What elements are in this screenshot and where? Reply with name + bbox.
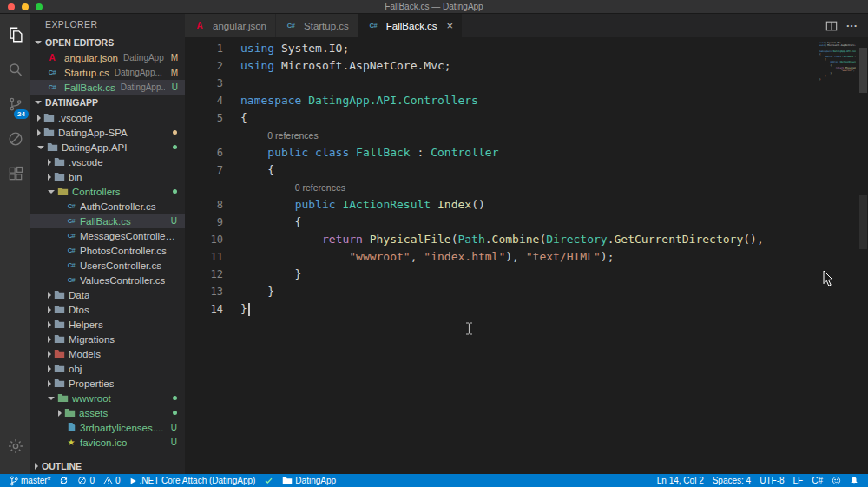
code-line[interactable]: 9 { (185, 214, 868, 231)
code-line[interactable]: 7 { (185, 161, 868, 179)
code-line[interactable]: 3 (185, 75, 868, 92)
line-content: } (802, 78, 821, 81)
tree-item-label: assets (79, 408, 108, 418)
code-line[interactable]: 14} (185, 300, 868, 318)
code-line[interactable]: 13 } (185, 283, 868, 300)
tree-item-messagescontroller-cs[interactable]: C#MessagesController.cs (30, 228, 185, 243)
code-line[interactable]: 2using Microsoft.AspNetCore.Mvc; (185, 57, 868, 75)
csharp-file-icon: C# (46, 84, 58, 91)
scrollbar-thumb[interactable] (859, 195, 867, 249)
split-editor-icon[interactable] (825, 20, 838, 32)
tree-item-vscode[interactable]: .vscode (30, 110, 185, 125)
code-line[interactable]: 6 public class FallBack : Controller (185, 144, 868, 161)
code-line[interactable]: 5{ (185, 109, 868, 127)
tab-angular-json[interactable]: Aangular.json (185, 14, 276, 37)
tree-item-migrations[interactable]: Migrations (30, 332, 185, 346)
chevron-right-icon (48, 292, 51, 299)
status-check[interactable] (260, 474, 278, 487)
status-utf-8[interactable]: UTF-8 (755, 474, 788, 487)
open-editors-list: Aangular.jsonDatingApp...MC#Startup.csDa… (30, 50, 185, 95)
status-net-core-attach-datingapp[interactable]: .NET Core Attach (DatingApp) (125, 474, 260, 487)
activity-item-extensions[interactable] (0, 158, 30, 193)
line-number: 8 (185, 196, 223, 214)
tree-item-datingapp-api[interactable]: DatingApp.API (30, 140, 185, 155)
tree-item-helpers[interactable]: Helpers (30, 317, 185, 332)
project-label: DATINGAPP (45, 97, 98, 108)
tab-startup-cs[interactable]: C#Startup.cs (276, 14, 358, 37)
status-bell[interactable] (845, 474, 863, 487)
status-0[interactable]: 0 (73, 474, 99, 487)
status-0[interactable]: 0 (99, 474, 125, 487)
tree-item-models[interactable]: Models (30, 346, 185, 361)
tab-bar: Aangular.jsonC#Startup.csC#FallBack.cs× … (185, 14, 868, 37)
activity-item-source-control[interactable]: 24 (0, 89, 30, 123)
tree-item-controllers[interactable]: Controllers (30, 184, 185, 199)
csharp-file-icon: C# (65, 277, 77, 284)
tree-item-label: Data (69, 290, 89, 300)
minimize-window-icon[interactable] (22, 3, 29, 10)
code-line[interactable]: 8 public IActionResult Index() (185, 196, 868, 214)
chevron-right-icon (35, 463, 38, 470)
tree-item-properties[interactable]: Properties (30, 376, 185, 391)
code-line[interactable]: 1using System.IO; (185, 40, 868, 57)
editor[interactable]: 1using System.IO;2using Microsoft.AspNet… (185, 37, 868, 474)
tree-item-obj[interactable]: obj (30, 361, 185, 376)
open-editors-header[interactable]: OPEN EDITORS (30, 35, 185, 50)
activity-item-settings[interactable] (0, 431, 30, 465)
status-label: 0 (115, 476, 121, 485)
status-c[interactable]: C# (807, 474, 827, 487)
close-icon[interactable]: × (447, 20, 454, 31)
status-lf[interactable]: LF (789, 474, 808, 487)
code-line[interactable]: 10 return PhysicalFile(Path.Combine(Dire… (185, 231, 868, 248)
activity-item-explorer[interactable] (0, 19, 30, 54)
activity-item-debug[interactable] (0, 123, 30, 158)
tree-item-favicon-ico[interactable]: ★favicon.icoU (30, 435, 185, 450)
tree-item-data[interactable]: Data (30, 287, 185, 302)
codelens-row[interactable]: 0 references (185, 179, 868, 196)
tree-item-photoscontroller-cs[interactable]: C#PhotosController.cs (30, 243, 185, 258)
tree-item-3rdpartylicenses[interactable]: 3rdpartylicenses....U (30, 420, 185, 435)
folder-icon (57, 187, 69, 196)
status-datingapp[interactable]: DatingApp (278, 474, 340, 487)
open-editor-startup-cs[interactable]: C#Startup.csDatingApp...M (30, 65, 185, 80)
line-content: public class FallBack : Controller (223, 144, 498, 161)
code-line[interactable]: 4namespace DatingApp.API.Controllers (185, 92, 868, 109)
open-editor-fallback-cs[interactable]: C#FallBack.csDatingApp...U (30, 80, 185, 95)
folder-icon (43, 128, 55, 137)
minimap[interactable]: using System.IO;using Microsoft.AspNetCo… (802, 42, 856, 81)
open-editor-angular-json[interactable]: Aangular.jsonDatingApp...M (30, 50, 185, 65)
code-line[interactable]: 11 "wwwroot", "index.html"), "text/HTML"… (185, 248, 868, 266)
branch-icon (10, 476, 18, 486)
bell-icon (850, 476, 858, 485)
status-master[interactable]: master* (5, 474, 55, 487)
tree-item-label: DatingApp-SPA (58, 128, 128, 138)
tree-item-vscode[interactable]: .vscode (30, 155, 185, 169)
tab-fallback-cs[interactable]: C#FallBack.cs× (358, 14, 463, 37)
status-sync[interactable] (55, 474, 73, 487)
scrollbar-thumb[interactable] (859, 48, 867, 93)
status-spaces-4[interactable]: Spaces: 4 (708, 474, 755, 487)
tree-item-datingapp-spa[interactable]: DatingApp-SPA (30, 125, 185, 140)
outline-header[interactable]: OUTLINE (30, 457, 185, 474)
tree-item-valuescontroller-cs[interactable]: C#ValuesController.cs (30, 273, 185, 287)
status-ln-14-col-2[interactable]: Ln 14, Col 2 (653, 474, 708, 487)
codelens-row[interactable]: 0 references (185, 127, 868, 144)
tree-item-userscontroller-cs[interactable]: C#UsersController.cs (30, 258, 185, 273)
tree-item-fallback-cs[interactable]: C#FallBack.csU (30, 214, 185, 228)
tree-item-wwwroot[interactable]: wwwroot (30, 391, 185, 405)
code-line[interactable]: 12 } (185, 266, 868, 283)
project-section-header[interactable]: DATINGAPP (30, 95, 185, 110)
tree-item-dtos[interactable]: Dtos (30, 302, 185, 317)
activity-item-search[interactable] (0, 54, 30, 89)
status-smiley[interactable] (827, 474, 845, 487)
tree-item-authcontroller-cs[interactable]: C#AuthController.cs (30, 199, 185, 214)
more-actions-icon[interactable]: ··· (846, 19, 858, 32)
maximize-window-icon[interactable] (36, 3, 43, 10)
tree-item-assets[interactable]: assets (30, 405, 185, 420)
line-number: 7 (185, 161, 223, 179)
close-window-icon[interactable] (8, 3, 15, 10)
line-number: 3 (185, 75, 223, 92)
tree-item-bin[interactable]: bin (30, 169, 185, 184)
tab-label: FallBack.cs (386, 21, 437, 31)
csharp-file-icon: C# (285, 23, 297, 30)
